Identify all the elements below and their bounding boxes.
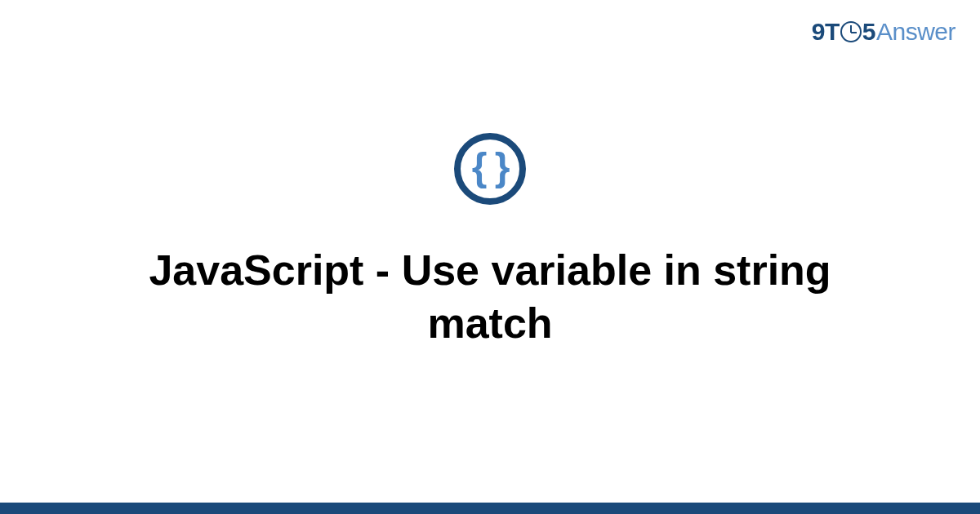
page-title: JavaScript - Use variable in string matc… [82, 244, 898, 350]
code-braces-icon: { } [454, 133, 526, 205]
footer-accent-bar [0, 503, 980, 514]
main-content: { } JavaScript - Use variable in string … [0, 0, 980, 503]
braces-glyph: { } [472, 148, 509, 187]
